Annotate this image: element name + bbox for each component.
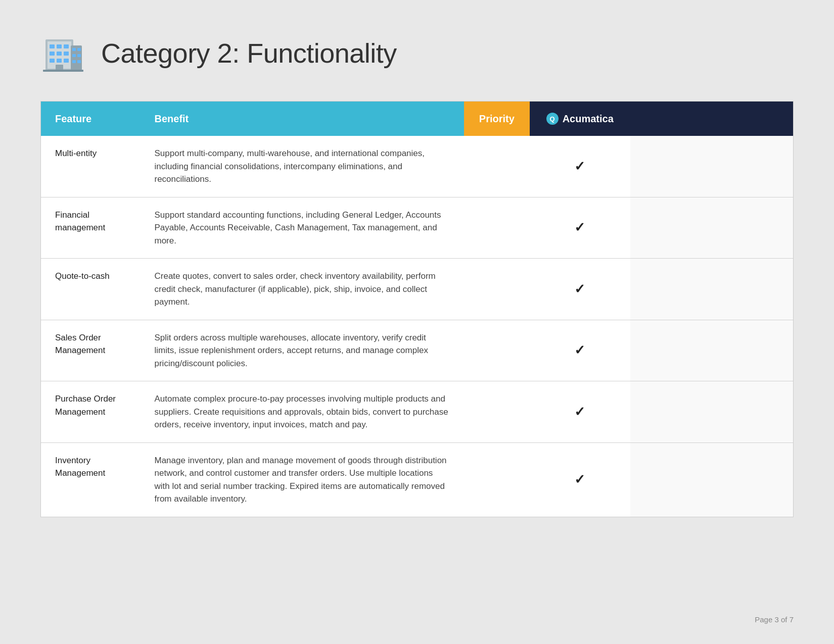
svg-rect-3 — [57, 44, 62, 48]
svg-rect-5 — [50, 52, 55, 56]
comparison-table: Feature Benefit Priority Q Acumatica Mul… — [40, 101, 794, 517]
page-info: Page 3 of 7 — [755, 615, 794, 624]
cell-acumatica-check: ✓ — [530, 259, 630, 320]
page-title: Category 2: Functionality — [101, 37, 397, 69]
cell-col4 — [630, 381, 712, 443]
svg-rect-13 — [72, 48, 76, 51]
table-row: Sales Order ManagementSplit orders acros… — [41, 320, 793, 381]
cell-feature: Sales Order Management — [41, 320, 141, 381]
category-icon — [40, 30, 86, 76]
checkmark-icon: ✓ — [574, 342, 585, 358]
table-row: Financial managementSupport standard acc… — [41, 197, 793, 259]
svg-rect-19 — [43, 70, 83, 72]
cell-col4 — [630, 136, 712, 197]
svg-rect-2 — [50, 44, 55, 48]
cell-priority — [464, 136, 530, 197]
checkmark-icon: ✓ — [574, 220, 585, 235]
svg-rect-17 — [72, 60, 76, 63]
svg-rect-15 — [72, 54, 76, 57]
svg-rect-4 — [64, 44, 69, 48]
cell-col5 — [712, 442, 793, 517]
cell-benefit: Manage inventory, plan and manage moveme… — [141, 442, 464, 517]
page-footer: Page 3 of 7 — [40, 600, 794, 624]
cell-priority — [464, 381, 530, 443]
col-header-acumatica: Q Acumatica — [530, 102, 630, 136]
col-header-feature: Feature — [41, 102, 141, 136]
checkmark-icon: ✓ — [574, 281, 585, 296]
cell-feature: Inventory Management — [41, 442, 141, 517]
cell-col4 — [630, 259, 712, 320]
cell-feature: Quote-to-cash — [41, 259, 141, 320]
cell-col5 — [712, 136, 793, 197]
checkmark-icon: ✓ — [574, 159, 585, 174]
svg-rect-10 — [64, 59, 69, 63]
cell-benefit: Split orders across multiple warehouses,… — [141, 320, 464, 381]
cell-col5 — [712, 320, 793, 381]
acumatica-logo: Q Acumatica — [544, 113, 616, 125]
checkmark-icon: ✓ — [574, 472, 585, 487]
cell-acumatica-check: ✓ — [530, 197, 630, 259]
cell-feature: Financial management — [41, 197, 141, 259]
cell-acumatica-check: ✓ — [530, 320, 630, 381]
col-header-col4 — [630, 102, 712, 136]
cell-acumatica-check: ✓ — [530, 442, 630, 517]
acumatica-logo-text: Acumatica — [563, 113, 614, 125]
table-row: Inventory ManagementManage inventory, pl… — [41, 442, 793, 517]
cell-priority — [464, 259, 530, 320]
cell-acumatica-check: ✓ — [530, 381, 630, 443]
cell-benefit: Support multi-company, multi-warehouse, … — [141, 136, 464, 197]
cell-acumatica-check: ✓ — [530, 136, 630, 197]
cell-col4 — [630, 197, 712, 259]
checkmark-icon: ✓ — [574, 404, 585, 419]
cell-feature: Purchase Order Management — [41, 381, 141, 443]
cell-feature: Multi-entity — [41, 136, 141, 197]
cell-col5 — [712, 381, 793, 443]
svg-rect-8 — [50, 59, 55, 63]
cell-col5 — [712, 259, 793, 320]
cell-priority — [464, 442, 530, 517]
cell-col5 — [712, 197, 793, 259]
table-row: Quote-to-cashCreate quotes, convert to s… — [41, 259, 793, 320]
table-row: Purchase Order ManagementAutomate comple… — [41, 381, 793, 443]
table-header-row: Feature Benefit Priority Q Acumatica — [41, 102, 793, 136]
col-header-priority: Priority — [464, 102, 530, 136]
table-row: Multi-entitySupport multi-company, multi… — [41, 136, 793, 197]
svg-rect-7 — [64, 52, 69, 56]
acumatica-logo-icon: Q — [546, 113, 559, 125]
svg-rect-14 — [77, 48, 81, 51]
cell-priority — [464, 320, 530, 381]
cell-col4 — [630, 442, 712, 517]
cell-benefit: Create quotes, convert to sales order, c… — [141, 259, 464, 320]
svg-rect-18 — [77, 60, 81, 63]
cell-benefit: Automate complex procure-to-pay processe… — [141, 381, 464, 443]
col-header-benefit: Benefit — [141, 102, 464, 136]
svg-rect-9 — [57, 59, 62, 63]
cell-col4 — [630, 320, 712, 381]
page-header: Category 2: Functionality — [40, 30, 794, 76]
svg-rect-16 — [77, 54, 81, 57]
svg-rect-6 — [57, 52, 62, 56]
col-header-col5 — [712, 102, 793, 136]
cell-priority — [464, 197, 530, 259]
cell-benefit: Support standard accounting functions, i… — [141, 197, 464, 259]
